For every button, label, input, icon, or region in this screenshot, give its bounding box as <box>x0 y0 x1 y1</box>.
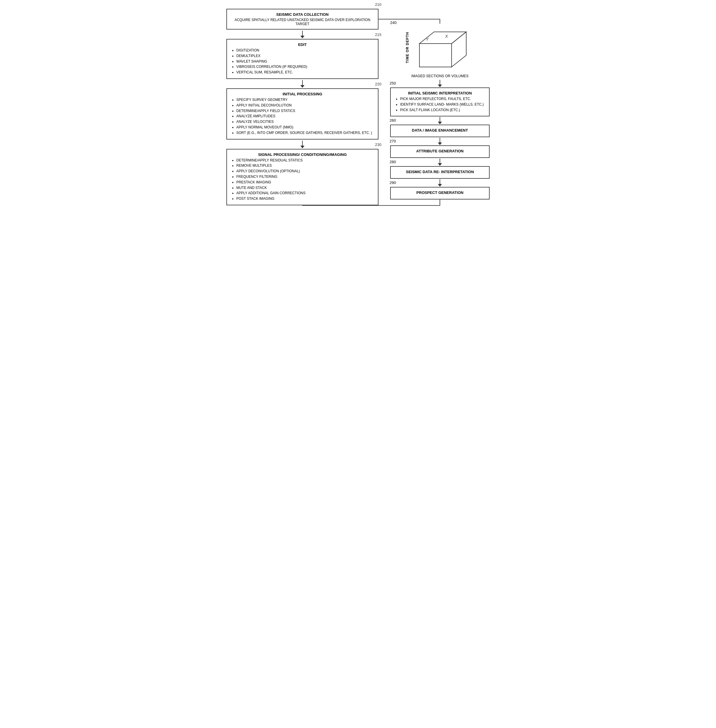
list-item: MUTE AND STACK <box>236 185 374 190</box>
box-250-wrapper: 250 INITIAL SEISMIC INTERPRETATION PICK … <box>390 88 490 117</box>
box-230-wrapper: 230 SIGNAL PROCESSING/ CONDITIONING/IMAG… <box>226 149 378 205</box>
box-280-title: SEISMIC DATA RE- INTERPRETATION <box>395 170 485 174</box>
list-item: APPLY NORMAL MOVEOUT (NMO) <box>236 125 374 130</box>
ref-240-row: 240 <box>390 20 490 25</box>
ref-270: 270 <box>390 139 396 143</box>
ref-220: 220 <box>375 82 381 86</box>
box-230-list: DETERMINE/APPLY RESIDUAL STATICS REMOVE … <box>231 158 374 201</box>
box-270-wrapper: 270 ATTRIBUTE GENERATION <box>390 146 490 158</box>
main-columns: 210 SEISMIC DATA COLLECTION ACQUIRE SPAT… <box>226 9 490 223</box>
list-item: DETERMINE/APPLY RESIDUAL STATICS <box>236 158 374 163</box>
list-item: POST STACK IMAGING <box>236 196 374 201</box>
box-220-list: SPECIFY SURVEY GEOMETRY APPLY INITIAL DE… <box>231 97 374 135</box>
box-210-subtitle: ACQUIRE SPATIALLY RELATED UNSTACKED SEIS… <box>231 18 374 26</box>
ref-260: 260 <box>390 118 396 123</box>
list-item: PICK MAJOR REFLECTORS, FAULTS, ETC. <box>400 97 485 102</box>
box-250-title: INITIAL SEISMIC INTERPRETATION <box>395 91 485 96</box>
box-210-wrapper: 210 SEISMIC DATA COLLECTION ACQUIRE SPAT… <box>226 9 378 30</box>
box-270-title: ATTRIBUTE GENERATION <box>395 149 485 153</box>
list-item: SORT (E.G., INTO CMP ORDER, SOURCE GATHE… <box>236 130 374 135</box>
svg-text:Y: Y <box>426 37 429 41</box>
box-250-list: PICK MAJOR REFLECTORS, FAULTS, ETC. IDEN… <box>395 97 485 112</box>
arrow-215-220 <box>226 79 378 88</box>
svg-text:X: X <box>445 34 448 39</box>
ref-215: 215 <box>375 32 381 37</box>
ref-210: 210 <box>375 2 381 7</box>
list-item: DETERMINE/APPLY FIELD STATICS <box>236 109 374 114</box>
box-270: ATTRIBUTE GENERATION <box>390 146 490 158</box>
box-220-wrapper: 220 INITIAL PROCESSING SPECIFY SURVEY GE… <box>226 88 378 140</box>
list-item: SPECIFY SURVEY GEOMETRY <box>236 97 374 102</box>
box-290-wrapper: 290 PROSPECT GENERATION <box>390 187 490 199</box>
list-item: PICK SALT FLANK LOCATION (ETC.) <box>400 108 485 112</box>
list-item: ANALYZE VELOCITIES <box>236 119 374 124</box>
list-item: VERTICAL SUM, RESAMPLE, ETC. <box>236 70 374 75</box>
ref-240: 240 <box>390 20 397 25</box>
right-column: 240 TIME OR DEPTH Y <box>390 9 490 199</box>
ref-280: 280 <box>390 160 396 164</box>
cube-240-container: TIME OR DEPTH Y X IM <box>390 26 490 78</box>
box-215: EDIT DIGITIZATION DEMULTIPLEX WAVLET SHA… <box>226 39 378 79</box>
list-item: VIBROSEIS CORRELATION (IF REQUIRED) <box>236 64 374 69</box>
box-260: DATA / IMAGE ENHANCEMENT <box>390 124 490 137</box>
box-260-wrapper: 260 DATA / IMAGE ENHANCEMENT <box>390 124 490 137</box>
list-item: FREQUENCY FILTERING <box>236 174 374 179</box>
list-item: PRESTACK IMAGING <box>236 180 374 185</box>
box-215-title: EDIT <box>231 42 374 47</box>
box-215-list: DIGITIZATION DEMULTIPLEX WAVLET SHAPING … <box>231 48 374 75</box>
box-260-title: DATA / IMAGE ENHANCEMENT <box>395 128 485 132</box>
arrow-270-280 <box>390 158 490 166</box>
ref-290: 290 <box>390 180 396 185</box>
arrow-280-290 <box>390 179 490 187</box>
box-290: PROSPECT GENERATION <box>390 187 490 199</box>
list-item: REMOVE MULTIPLES <box>236 163 374 168</box>
cube-wrapper: TIME OR DEPTH Y X <box>411 26 469 73</box>
ref-230: 230 <box>375 143 381 147</box>
box-215-wrapper: 215 EDIT DIGITIZATION DEMULTIPLEX WAVLET… <box>226 39 378 79</box>
cube-label: IMAGED SECTIONS OR VOLUMES <box>411 74 468 78</box>
diagram-wrapper: 210 SEISMIC DATA COLLECTION ACQUIRE SPAT… <box>226 9 490 223</box>
svg-marker-0 <box>419 44 452 67</box>
box-230: SIGNAL PROCESSING/ CONDITIONING/IMAGING … <box>226 149 378 205</box>
list-item: APPLY ADDITIONAL GAIN CORRECTIONS <box>236 191 374 196</box>
cube-svg: Y X <box>411 26 469 73</box>
box-210: SEISMIC DATA COLLECTION ACQUIRE SPATIALL… <box>226 9 378 30</box>
box-230-title: SIGNAL PROCESSING/ CONDITIONING/IMAGING <box>231 152 374 157</box>
arrow-250-260 <box>390 117 490 124</box>
arrow-210-215 <box>226 30 378 39</box>
box-290-title: PROSPECT GENERATION <box>395 190 485 195</box>
list-item: DIGITIZATION <box>236 48 374 53</box>
left-column: 210 SEISMIC DATA COLLECTION ACQUIRE SPAT… <box>226 9 378 223</box>
box-220: INITIAL PROCESSING SPECIFY SURVEY GEOMET… <box>226 88 378 140</box>
arrow-260-270 <box>390 137 490 146</box>
box-220-title: INITIAL PROCESSING <box>231 92 374 96</box>
box-250: INITIAL SEISMIC INTERPRETATION PICK MAJO… <box>390 88 490 117</box>
list-item: IDENTIFY SURFACE LAND- MARKS (WELLS, ETC… <box>400 102 485 107</box>
svg-marker-2 <box>452 32 466 67</box>
time-depth-label: TIME OR DEPTH <box>405 32 410 63</box>
arrow-220-230 <box>226 140 378 149</box>
list-item: APPLY DECONVOLUTION (OPTIONAL) <box>236 169 374 174</box>
list-item: DEMULTIPLEX <box>236 53 374 59</box>
arrow-240-250 <box>390 79 490 88</box>
list-item: WAVLET SHAPING <box>236 59 374 64</box>
list-item: APPLY INITIAL DECONVOLUTION <box>236 103 374 108</box>
box-280-wrapper: 280 SEISMIC DATA RE- INTERPRETATION <box>390 166 490 179</box>
ref-250: 250 <box>390 81 396 85</box>
list-item: ANALYZE AMPLITUDES <box>236 114 374 119</box>
box-210-title: SEISMIC DATA COLLECTION <box>231 12 374 17</box>
box-280: SEISMIC DATA RE- INTERPRETATION <box>390 166 490 179</box>
